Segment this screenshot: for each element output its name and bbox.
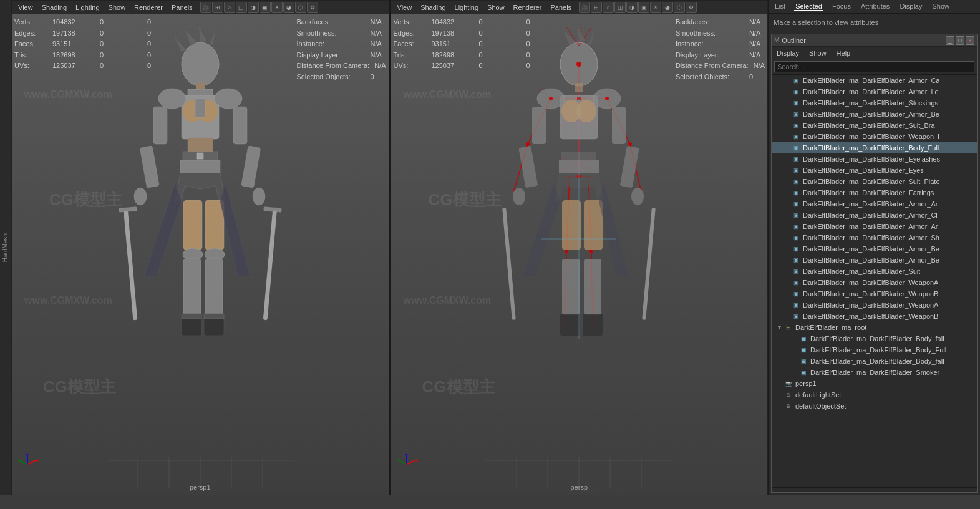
vp-right-icon-wire[interactable]: ◫ xyxy=(614,2,626,13)
outliner-list-item[interactable]: ▣ DarkElfBlader_ma_DarkElfBlader_Eyelash… xyxy=(772,153,977,165)
vp-left-menu-lighting[interactable]: Lighting xyxy=(72,1,104,14)
outliner-list-item[interactable]: 📷 persp1 xyxy=(772,378,977,389)
outliner-list-item[interactable]: ▼ ⊞ DarkElfBlader_ma_root xyxy=(772,322,977,333)
item-type-icon: ▣ xyxy=(792,87,800,96)
tab-display[interactable]: Display xyxy=(898,2,923,11)
outliner-list-item[interactable]: ▣ DarkElfBlader_ma_DarkElfBlader_WeaponA xyxy=(772,299,977,311)
outliner-list-item[interactable]: ⊖ defaultLightSet xyxy=(772,389,977,400)
vp-right-menu-renderer[interactable]: Renderer xyxy=(510,1,546,14)
item-type-icon: ▣ xyxy=(792,245,800,253)
vp-left-canvas[interactable]: www.CGMXW.com CG模型主 www.CGMXW.com CG模型主 xyxy=(12,14,389,495)
vp-icon-texture[interactable]: ▣ xyxy=(260,2,271,13)
vp-right-icon-shading[interactable]: ○ xyxy=(603,2,614,13)
vp-icon-shadow[interactable]: ◕ xyxy=(283,2,294,13)
outliner-list-item[interactable]: ▣ DarkElfBlader_ma_DarkElfBlader_WeaponB xyxy=(772,288,977,299)
tab-show[interactable]: Show xyxy=(931,2,951,11)
outliner-list-item[interactable]: ▣ DarkElfBlader_ma_DarkElfBlader_WeaponA xyxy=(772,277,977,288)
outliner-list-item[interactable]: ▣ DarkElfBlader_ma_DarkElfBlader_Armor_B… xyxy=(772,243,977,254)
item-name-text: DarkElfBlader_ma_DarkElfBlader_WeaponA xyxy=(803,279,938,286)
outliner-list-item[interactable]: ▣ DarkElfBlader_ma_DarkElfBlader_Smoker xyxy=(772,367,977,378)
outliner-list-item[interactable]: ▣ DarkElfBlader_ma_DarkElfBlader_Body_Fu… xyxy=(772,142,977,153)
vp-right-icon-iso[interactable]: ⬡ xyxy=(674,2,685,13)
svg-text:Z: Z xyxy=(26,454,29,456)
outliner-list-item[interactable]: ⊖ defaultObjectSet xyxy=(772,400,977,412)
main-layout: HardMesh View Shading Lighting Show Rend… xyxy=(0,0,980,495)
item-type-icon: ▣ xyxy=(792,301,800,309)
svg-point-6 xyxy=(182,42,219,86)
item-type-icon: ⊖ xyxy=(784,402,793,410)
outliner-list[interactable]: ▣ DarkElfBlader_ma_DarkElfBlader_Armor_C… xyxy=(772,75,977,487)
viewport-right[interactable]: View Shading Lighting Show Renderer Pane… xyxy=(391,0,769,495)
vp-right-icon-settings[interactable]: ⚙ xyxy=(686,2,697,13)
outliner-menu-display[interactable]: Display xyxy=(772,47,804,59)
vp-right-icon-shadow[interactable]: ◕ xyxy=(662,2,673,13)
svg-rect-93 xyxy=(620,146,639,188)
outliner-list-item[interactable]: ▣ DarkElfBlader_ma_DarkElfBlader_Armor_B… xyxy=(772,254,977,266)
vp-icon-shading[interactable]: ○ xyxy=(224,2,235,13)
vp-icon-iso[interactable]: ⬡ xyxy=(295,2,306,13)
vp-right-icon-smooth[interactable]: ◑ xyxy=(626,2,638,13)
outliner-close-button[interactable]: × xyxy=(966,36,974,45)
tab-attributes[interactable]: Attributes xyxy=(860,2,891,11)
vp-right-canvas[interactable]: www.CGMXW.com CG模型主 www.CGMXW.com CG模型主 xyxy=(391,14,768,495)
outliner-list-item[interactable]: ▣ DarkElfBlader_ma_DarkElfBlader_Armor_A… xyxy=(772,221,977,232)
vp-left-menu-panels[interactable]: Panels xyxy=(168,1,196,14)
vp-right-menu-show[interactable]: Show xyxy=(483,1,508,14)
left-sidebar: HardMesh xyxy=(0,0,11,495)
vp-icon-smooth[interactable]: ◑ xyxy=(248,2,259,13)
outliner-maximize-button[interactable]: □ xyxy=(956,36,964,45)
vp-icon-camera[interactable]: 🎥 xyxy=(200,2,211,13)
viewport-left[interactable]: View Shading Lighting Show Renderer Pane… xyxy=(11,0,389,495)
outliner-list-item[interactable]: ▣ DarkElfBlader_ma_DarkElfBlader_Stockin… xyxy=(772,97,977,109)
vp-left-menu-renderer[interactable]: Renderer xyxy=(130,1,167,14)
outliner-minimize-button[interactable]: _ xyxy=(946,36,954,45)
outliner-scrollbar-h[interactable] xyxy=(772,487,977,492)
outliner-list-item[interactable]: ▣ DarkElfBlader_ma_DarkElfBlader_Earring… xyxy=(772,187,977,198)
svg-text:Y: Y xyxy=(397,458,401,463)
vp-right-menu-shading[interactable]: Shading xyxy=(417,1,449,14)
vp-right-icon-grid[interactable]: ⊞ xyxy=(591,2,602,13)
vp-left-menu-view[interactable]: View xyxy=(14,1,37,14)
svg-rect-20 xyxy=(233,107,247,144)
vp-left-menu-shading[interactable]: Shading xyxy=(38,1,70,14)
outliner-list-item[interactable]: ▣ DarkElfBlader_ma_DarkElfBlader_Armor_L… xyxy=(772,86,977,97)
outliner-list-item[interactable]: ▣ DarkElfBlader_ma_DarkElfBlader_Suit xyxy=(772,266,977,277)
outliner-search-input[interactable] xyxy=(774,61,974,72)
outliner-menu-help[interactable]: Help xyxy=(832,47,856,59)
vp-icon-light[interactable]: ☀ xyxy=(271,2,283,13)
outliner-list-item[interactable]: ▣ DarkElfBlader_ma_DarkElfBlader_Suit_Pl… xyxy=(772,176,977,187)
outliner-list-item[interactable]: ▣ DarkElfBlader_ma_DarkElfBlader_Body_Fu… xyxy=(772,344,977,356)
tab-focus[interactable]: Focus xyxy=(831,2,852,11)
vp-right-icon-light[interactable]: ☀ xyxy=(650,2,661,13)
vp-left-menu-show[interactable]: Show xyxy=(105,1,130,14)
outliner-list-item[interactable]: ▣ DarkElfBlader_ma_DarkElfBlader_Weapon_… xyxy=(772,131,977,142)
vp-icon-settings[interactable]: ⚙ xyxy=(307,2,318,13)
outliner-list-item[interactable]: ▣ DarkElfBlader_ma_DarkElfBlader_Body_fa… xyxy=(772,356,977,367)
outliner-list-item[interactable]: ▣ DarkElfBlader_ma_DarkElfBlader_Armor_C… xyxy=(772,210,977,221)
item-type-icon: ▣ xyxy=(792,233,800,242)
outliner-list-item[interactable]: ▣ DarkElfBlader_ma_DarkElfBlader_Armor_C… xyxy=(772,75,977,86)
svg-line-46 xyxy=(27,460,36,465)
vp-right-icons: 🎥 ⊞ ○ ◫ ◑ ▣ ☀ ◕ ⬡ ⚙ xyxy=(579,2,697,13)
vp-right-menu-lighting[interactable]: Lighting xyxy=(451,1,483,14)
outliner-list-item[interactable]: ▣ DarkElfBlader_ma_DarkElfBlader_Armor_S… xyxy=(772,232,977,243)
tab-list[interactable]: List xyxy=(774,2,787,11)
tab-selected[interactable]: Selected xyxy=(794,2,823,11)
svg-rect-45 xyxy=(264,207,281,212)
vp-right-icon-camera[interactable]: 🎥 xyxy=(579,2,590,13)
outliner-list-item[interactable]: ▣ DarkElfBlader_ma_DarkElfBlader_Suit_Br… xyxy=(772,120,977,131)
vp-right-icon-texture[interactable]: ▣ xyxy=(638,2,649,13)
vp-right-menu-view[interactable]: View xyxy=(394,1,416,14)
outliner-list-item[interactable]: ▣ DarkElfBlader_ma_DarkElfBlader_Armor_A… xyxy=(772,198,977,210)
vp-right-menu-panels[interactable]: Panels xyxy=(546,1,575,14)
right-panel: List Selected Focus Attributes Display S… xyxy=(768,0,980,495)
vp-icon-wire[interactable]: ◫ xyxy=(236,2,247,13)
svg-marker-41 xyxy=(220,183,250,276)
outliner-list-item[interactable]: ▣ DarkElfBlader_ma_DarkElfBlader_WeaponB xyxy=(772,311,977,322)
item-name-text: DarkElfBlader_ma_DarkElfBlader_Suit_Bra xyxy=(803,122,935,129)
outliner-list-item[interactable]: ▣ DarkElfBlader_ma_DarkElfBlader_Eyes xyxy=(772,165,977,176)
outliner-list-item[interactable]: ▣ DarkElfBlader_ma_DarkElfBlader_Body_fa… xyxy=(772,333,977,344)
vp-icon-grid[interactable]: ⊞ xyxy=(212,2,223,13)
outliner-list-item[interactable]: ▣ DarkElfBlader_ma_DarkElfBlader_Armor_B… xyxy=(772,109,977,120)
outliner-menu-show[interactable]: Show xyxy=(804,47,832,59)
